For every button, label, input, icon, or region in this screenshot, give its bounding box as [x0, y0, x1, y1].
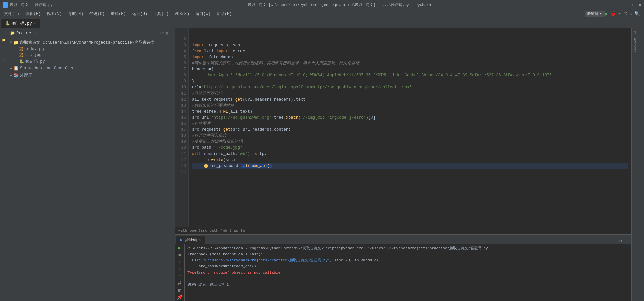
code-line-1: ... [192, 30, 628, 36]
maximize-button[interactable]: ❐ [632, 2, 635, 8]
clear-button[interactable]: 🗑 [176, 287, 183, 293]
code-line-4: from lxml import etree [192, 48, 628, 54]
debug-button[interactable]: 🐞 [610, 11, 616, 17]
left-sidebar-icons: 📁 ★ [0, 28, 7, 301]
minimize-panel-icon[interactable]: — [169, 31, 172, 36]
code-line-22: fp.write(src) [192, 157, 628, 163]
code-line-13: #解析出验证码图片地址 [192, 103, 628, 109]
window-tab-1[interactable]: 爬取古诗文 [10, 2, 29, 7]
menu-window[interactable]: 窗口(W) [193, 10, 213, 17]
project-dropdown-icon[interactable]: ▾ [35, 31, 37, 35]
run-tab[interactable]: ▶ 验证码 ✕ [176, 236, 205, 244]
menu-navigate[interactable]: 导航(N) [65, 10, 86, 17]
window-tab-2[interactable]: 验证码.py [35, 2, 53, 7]
bottom-panel-icons: ⚙ — [619, 238, 630, 244]
code-line-24 [192, 169, 628, 175]
sidebar-favorites-icon[interactable]: ★ [0, 50, 7, 70]
code-line-19: #使用第三方软件取得验证码 [192, 139, 628, 145]
settings-gear-icon[interactable]: ⚙ [619, 238, 622, 244]
external-lib-icon: 📚 [13, 73, 19, 78]
menu-run[interactable]: 运行(U) [129, 10, 150, 17]
bottom-tabs: ▶ 验证码 ✕ ⚙ — [175, 235, 631, 244]
title-bar-right: — ❐ ✕ [626, 2, 641, 8]
image-file-icon-2: 🖼 [19, 53, 23, 57]
profile-button[interactable]: ⏱ [623, 11, 628, 17]
menu-code[interactable]: 代码(C) [87, 10, 107, 17]
print-button[interactable]: 🖨 [176, 280, 183, 286]
code-line-14: tree=etree.HTML(all_text) [192, 109, 628, 115]
minimize-bottom-icon[interactable]: — [625, 239, 627, 244]
project-folder-icon: 📁 [10, 31, 15, 36]
code-line-2 [192, 36, 628, 42]
stop-button[interactable]: ■ [176, 252, 183, 258]
editor-bottom-container: 1 2 3 4 5 6 7 8 9 10 11 12 13 14 15 16 1 [175, 28, 631, 301]
cog-icon[interactable]: ⚙ [165, 31, 168, 36]
editor-tab-active[interactable]: 🐍 验证码.py ✕ [1, 19, 40, 28]
tree-item-code-jpg[interactable]: 🖼 code.jpg [7, 46, 175, 52]
tree-item-scratches[interactable]: ▶ 📋 Scratches and Consoles [7, 65, 175, 72]
menu-edit[interactable]: 编辑(E) [23, 10, 44, 17]
minimize-button[interactable]: — [626, 2, 629, 8]
run-button[interactable]: ▶ [605, 11, 608, 17]
tree-root-folder[interactable]: ▼ 📁 爬取古诗文 C:\Users\ZRT\PycharmProjects\p… [7, 39, 175, 46]
src-jpg-label: src.jpg [24, 53, 41, 57]
tab-close-button[interactable]: ✕ [34, 21, 36, 25]
sidebar-project-icon[interactable]: 📁 [0, 29, 7, 50]
title-text: 爬取古诗文 [C:\Users\ZRT\PycharmProjects\prac… [53, 2, 626, 7]
run-output-line-1: C:\Users\ZRT\AppData\Local\Programs\Pyth… [187, 245, 629, 251]
search-button[interactable]: 🔍 [634, 11, 640, 17]
code-line-7: headers={ [192, 66, 628, 72]
code-line-20: src_path='./code.jpg' [192, 145, 628, 151]
arrow-down-icon: ▼ [10, 41, 12, 44]
tree-item-yanzhengma[interactable]: 🐍 验证码.py [7, 58, 175, 65]
rerun-button[interactable]: ▶ [176, 245, 183, 251]
coverage-button[interactable]: ☂ [618, 11, 621, 17]
tree-item-external[interactable]: ▶ 📚 外部库 [7, 72, 175, 79]
folder-icon: 📁 [13, 40, 19, 45]
run-output-line-4: src_password=fateadm_api() [187, 263, 629, 269]
menu-bar: 文件(F) 编辑(E) 视图(V) 导航(N) 代码(C) 重构(R) 运行(U… [0, 10, 644, 18]
menu-refactor[interactable]: 重构(R) [108, 10, 129, 17]
pin-button[interactable]: 📌 [176, 294, 183, 300]
code-line-9: } [192, 78, 628, 84]
code-jpg-label: code.jpg [24, 47, 44, 51]
menu-tools[interactable]: 工具(T) [151, 10, 171, 17]
title-bar: 爬取古诗文 | 验证码.py 爬取古诗文 [C:\Users\ZRT\Pycha… [0, 0, 644, 10]
favorites-label[interactable]: 2: Favorites [632, 29, 637, 54]
scratches-folder-icon: 📋 [13, 66, 19, 71]
code-line-21: with open(src_path,'wb') as fp: [192, 151, 628, 157]
code-line-11: #登陆界面源代码 [192, 91, 628, 97]
run-tab-icon: ▶ [180, 238, 183, 242]
breadcrumb-bar: with open(src_path,'wb') as fp [175, 227, 631, 234]
run-tab-close[interactable]: ✕ [199, 238, 201, 242]
menu-file[interactable]: 文件(F) [1, 10, 22, 17]
scroll-up-button[interactable]: ↑ [176, 259, 183, 265]
tree-item-src-jpg[interactable]: 🖼 src.jpg [7, 52, 175, 58]
close-button[interactable]: ✕ [639, 2, 641, 8]
menu-vcs[interactable]: VCS(S) [172, 11, 192, 17]
soft-wrap-button[interactable]: ≡ [176, 273, 183, 279]
run-config-arrow: ▾ [600, 12, 602, 16]
code-line-6: #请求整个网页的源码，内解析出验证码，再用账号密码登录，再拿个人页面源码，持久化… [192, 60, 628, 66]
scroll-down-button[interactable]: ↓ [176, 266, 183, 272]
project-title-label: Project [16, 31, 33, 36]
bottom-panel: ▶ 验证码 ✕ ⚙ — ▶ ■ ↑ ↓ ≡ 🖨 [175, 234, 631, 301]
favorites-icon: ★ [2, 58, 5, 61]
code-line-3: import requests,json [192, 42, 628, 48]
synchronize-icon[interactable]: ⟳ [160, 31, 164, 36]
run-output-line-3: File "C:\Users\ZRT\PycharmProjects\pract… [187, 257, 629, 263]
file-link[interactable]: "C:\Users\ZRT\PycharmProjects\practise\爬… [203, 258, 330, 262]
code-editor[interactable]: ... import requests,json from lxml impor… [189, 28, 631, 227]
code-line-23: src_password=fateadm_api() [192, 163, 628, 169]
code-line-16: #存储图片 [192, 121, 628, 127]
menu-view[interactable]: 视图(V) [44, 10, 65, 17]
project-header-icons: ⟳ ⚙ — [160, 31, 172, 36]
root-folder-label: 爬取古诗文 C:\Users\ZRT\PycharmProjects\pract… [20, 40, 155, 45]
settings-button[interactable]: ⚙ [630, 11, 632, 17]
scratches-label: Scratches and Consoles [20, 66, 73, 71]
run-config[interactable]: 验证码 ▾ [585, 11, 605, 17]
py-file-icon: 🐍 [19, 59, 24, 64]
run-config-name: 验证码 [587, 11, 598, 16]
menu-help[interactable]: 帮助(H) [214, 10, 235, 17]
run-output-line-5: TypeError: 'module' object is not callab… [187, 269, 629, 276]
